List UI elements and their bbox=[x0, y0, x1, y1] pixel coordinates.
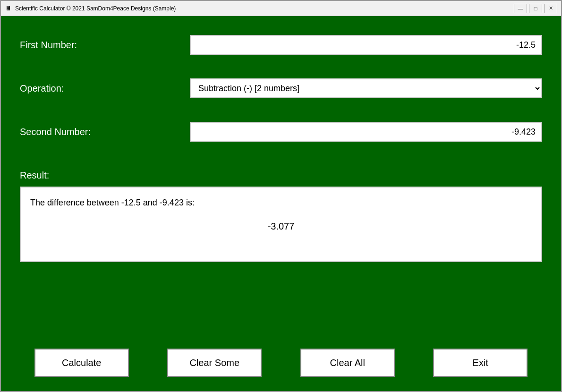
calculate-button[interactable]: Calculate bbox=[34, 349, 129, 377]
result-description: The difference between -12.5 and -9.423 … bbox=[30, 195, 532, 210]
operation-row: Operation: Addition (+) [2 numbers]Subtr… bbox=[20, 78, 542, 98]
title-bar-title: Scientific Calculator © 2021 SamDom4Peac… bbox=[15, 5, 514, 12]
first-number-label: First Number: bbox=[20, 40, 190, 51]
operation-select[interactable]: Addition (+) [2 numbers]Subtraction (-) … bbox=[190, 78, 542, 98]
second-number-row: Second Number: bbox=[20, 122, 542, 142]
button-bar: Calculate Clear Some Clear All Exit bbox=[1, 339, 561, 391]
result-label: Result: bbox=[20, 170, 542, 181]
clear-all-button[interactable]: Clear All bbox=[300, 349, 395, 377]
operation-label: Operation: bbox=[20, 83, 190, 94]
close-button[interactable]: ✕ bbox=[544, 4, 557, 13]
result-box: The difference between -12.5 and -9.423 … bbox=[20, 187, 542, 262]
first-number-row: First Number: bbox=[20, 35, 542, 55]
main-content: First Number: Operation: Addition (+) [2… bbox=[1, 16, 561, 339]
exit-button[interactable]: Exit bbox=[433, 349, 528, 377]
clear-some-button[interactable]: Clear Some bbox=[167, 349, 262, 377]
title-bar: 🖩 Scientific Calculator © 2021 SamDom4Pe… bbox=[1, 1, 561, 16]
second-number-input[interactable] bbox=[190, 122, 542, 142]
result-section: Result: The difference between -12.5 and… bbox=[20, 170, 542, 325]
second-number-label: Second Number: bbox=[20, 127, 190, 137]
title-bar-controls: — □ ✕ bbox=[514, 4, 557, 13]
app-icon: 🖩 bbox=[5, 5, 12, 12]
result-value: -3.077 bbox=[30, 218, 532, 235]
first-number-input[interactable] bbox=[190, 35, 542, 55]
main-window: 🖩 Scientific Calculator © 2021 SamDom4Pe… bbox=[0, 0, 562, 392]
minimize-button[interactable]: — bbox=[514, 4, 527, 13]
maximize-button[interactable]: □ bbox=[529, 4, 542, 13]
